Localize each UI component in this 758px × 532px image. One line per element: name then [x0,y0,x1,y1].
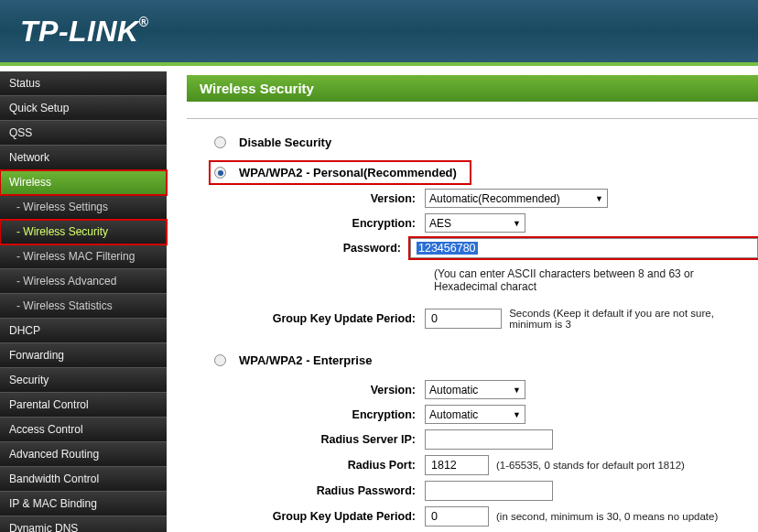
label-radius-pw: Radius Password: [187,484,425,497]
label-encryption-personal: Encryption: [187,217,425,230]
divider [187,118,758,119]
select-version-personal[interactable]: Automatic(Recommended) ▼ [425,189,608,208]
logo-registered: ® [139,15,149,29]
option-disable-security[interactable]: Disable Security [214,136,758,149]
row-encryption-enterprise: Encryption: Automatic ▼ [187,405,758,424]
sidebar-item--wireless-advanced[interactable]: - Wireless Advanced [0,269,167,294]
option-wpa-enterprise[interactable]: WPA/WPA2 - Enterprise [214,353,758,367]
password-highlight: 123456780 [410,238,758,258]
sidebar-item--wireless-statistics[interactable]: - Wireless Statistics [0,294,167,319]
logo-text: TP-LINK [20,15,139,48]
label-gkup-ent: Group Key Update Period: [187,510,425,523]
option-wpa-enterprise-label: WPA/WPA2 - Enterprise [239,353,372,367]
sidebar-item-network[interactable]: Network [0,146,167,170]
input-radius-port[interactable]: 1812 [425,455,489,475]
select-encryption-personal[interactable]: AES ▼ [425,213,525,233]
sidebar-item-parental-control[interactable]: Parental Control [0,393,167,418]
password-note: (You can enter ASCII characters between … [434,264,758,302]
row-radius-pw: Radius Password: [187,481,758,501]
select-version-ent-value: Automatic [429,384,478,396]
option-wpa-personal-label: WPA/WPA2 - Personal(Recommended) [239,166,457,179]
row-gkup-personal: Group Key Update Period: 0 Seconds (Keep… [187,308,758,330]
radio-wpa-personal-icon[interactable] [214,167,226,179]
label-version-ent: Version: [187,384,425,396]
sidebar-item-ip-mac-binding[interactable]: IP & MAC Binding [0,492,167,516]
sidebar-item--wireless-mac-filtering[interactable]: - Wireless MAC Filtering [0,244,167,269]
gkup-note-personal: Seconds (Keep it default if you are not … [509,308,758,330]
row-version-personal: Version: Automatic(Recommended) ▼ [187,189,758,208]
chevron-down-icon: ▼ [513,385,521,395]
radius-port-note: (1-65535, 0 stands for default port 1812… [496,460,685,471]
row-version-enterprise: Version: Automatic ▼ [187,380,758,399]
sidebar-item-quick-setup[interactable]: Quick Setup [0,96,167,121]
select-encryption-personal-value: AES [429,217,451,230]
header: TP-LINK® [0,0,758,66]
radio-wpa-enterprise-icon[interactable] [214,354,226,366]
layout: StatusQuick SetupQSSNetworkWireless- Wir… [0,66,758,528]
row-radius-ip: Radius Server IP: [187,429,758,450]
radio-disable-icon[interactable] [214,136,226,148]
input-gkup-personal[interactable]: 0 [425,309,502,329]
label-radius-ip: Radius Server IP: [187,433,425,446]
page-title: Wireless Security [187,75,758,102]
select-encryption-ent[interactable]: Automatic ▼ [425,405,525,424]
sidebar: StatusQuick SetupQSSNetworkWireless- Wir… [0,66,167,528]
sidebar-item-advanced-routing[interactable]: Advanced Routing [0,442,167,467]
label-gkup-personal: Group Key Update Period: [187,312,425,325]
logo: TP-LINK® [20,15,149,49]
sidebar-item-forwarding[interactable]: Forwarding [0,343,167,368]
sidebar-item--wireless-security[interactable]: - Wireless Security [0,220,167,244]
row-gkup-enterprise: Group Key Update Period: 0 (in second, m… [187,506,758,527]
input-radius-pw[interactable] [425,481,553,501]
sidebar-item-bandwidth-control[interactable]: Bandwidth Control [0,467,167,492]
option-disable-label: Disable Security [239,136,331,149]
content: Wireless Security Disable Security WPA/W… [167,66,758,528]
sidebar-item--wireless-settings[interactable]: - Wireless Settings [0,195,167,220]
chevron-down-icon: ▼ [595,194,603,203]
sidebar-item-access-control[interactable]: Access Control [0,418,167,442]
input-radius-ip[interactable] [425,429,553,450]
row-password-personal: Password: 123456780 [187,238,758,258]
select-encryption-ent-value: Automatic [429,408,478,421]
sidebar-item-dynamic-dns[interactable]: Dynamic DNS [0,516,167,532]
row-radius-port: Radius Port: 1812 (1-65535, 0 stands for… [187,455,758,475]
input-gkup-ent[interactable]: 0 [425,506,489,527]
sidebar-item-status[interactable]: Status [0,71,167,96]
chevron-down-icon: ▼ [513,219,521,228]
label-radius-port: Radius Port: [187,459,425,472]
chevron-down-icon: ▼ [513,410,521,419]
select-version-personal-value: Automatic(Recommended) [429,192,560,205]
sidebar-item-qss[interactable]: QSS [0,121,167,146]
sidebar-item-wireless[interactable]: Wireless [0,170,167,195]
sidebar-item-dhcp[interactable]: DHCP [0,319,167,343]
label-password-personal: Password: [187,242,410,255]
select-version-ent[interactable]: Automatic ▼ [425,380,525,399]
option-wpa-personal-highlight: WPA/WPA2 - Personal(Recommended) [211,162,470,183]
label-version-personal: Version: [187,192,425,205]
gkup-note-ent: (in second, minimum is 30, 0 means no up… [496,511,718,522]
row-encryption-personal: Encryption: AES ▼ [187,213,758,233]
label-encryption-ent: Encryption: [187,408,425,421]
input-password-personal[interactable]: 123456780 [410,238,758,258]
sidebar-item-security[interactable]: Security [0,368,167,393]
password-value: 123456780 [417,242,478,255]
